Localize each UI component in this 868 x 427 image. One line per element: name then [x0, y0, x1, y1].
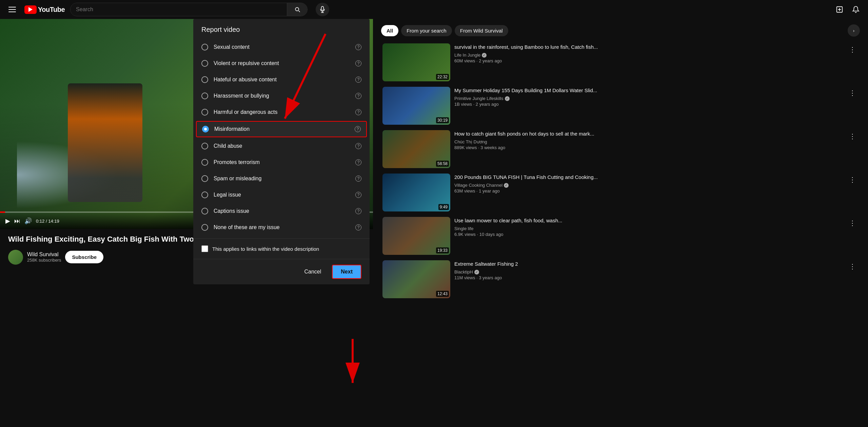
help-icon-sexual[interactable]: ?: [355, 44, 361, 50]
sidebar-video-item-5[interactable]: 12:43 Extreme Saltwater Fishing 2 Blackt…: [381, 259, 860, 300]
option-label-harassment: Harassment or bullying: [214, 93, 350, 99]
verified-badge-5: ✓: [474, 270, 479, 274]
option-label-harmful: Harmful or dangerous acts: [214, 109, 350, 115]
tabs-next-button[interactable]: ›: [848, 24, 860, 37]
video-meta-stats-5: 11M views · 3 years ago: [454, 275, 842, 280]
video-meta-channel-0: Life In Jungle ✓: [454, 53, 842, 58]
search-input[interactable]: [71, 3, 287, 16]
create-button[interactable]: [833, 3, 846, 16]
option-label-child: Child abuse: [214, 143, 350, 149]
option-label-spam: Spam or misleading: [214, 176, 350, 182]
report-option-child[interactable]: Child abuse?: [193, 138, 370, 154]
sidebar-video-item-2[interactable]: 58:58 How to catch giant fish ponds on h…: [381, 129, 860, 169]
report-option-terrorism[interactable]: Promotes terrorism?: [193, 154, 370, 170]
video-duration-1: 30:19: [436, 117, 449, 123]
help-icon-terrorism[interactable]: ?: [355, 159, 361, 165]
video-meta-stats-1: 1B views · 2 years ago: [454, 102, 842, 107]
option-label-none: None of these are my issue: [214, 224, 350, 230]
video-meta-1: My Summer Holiday 155 Days Building 1M D…: [454, 87, 842, 125]
option-label-misinfo: Misinformation: [214, 126, 349, 132]
tab-all[interactable]: All: [381, 25, 398, 36]
video-thumbnail-2: 58:58: [382, 130, 450, 168]
video-duration-3: 9:49: [438, 204, 449, 210]
radio-misinfo: [202, 126, 209, 133]
video-meta-0: survival in the rainforest, using Bamboo…: [454, 43, 842, 81]
main-layout: ▶ ⏭ 🔊 0:12 / 14:19 Wild Fishing Exciting…: [0, 0, 868, 427]
more-options-button-5[interactable]: ⋮: [846, 260, 859, 272]
help-icon-none[interactable]: ?: [355, 224, 361, 230]
volume-button[interactable]: 🔊: [24, 217, 32, 225]
help-icon-harmful[interactable]: ?: [355, 109, 361, 115]
video-meta-title-5: Extreme Saltwater Fishing 2: [454, 260, 842, 267]
report-option-violent[interactable]: Violent or repulsive content?: [193, 55, 370, 72]
more-options-button-2[interactable]: ⋮: [846, 130, 859, 142]
report-options-list: Sexual content?Violent or repulsive cont…: [193, 36, 370, 238]
radio-violent: [201, 60, 208, 67]
sidebar-video-item-0[interactable]: 22:32 survival in the rainforest, using …: [381, 42, 860, 83]
video-meta-stats-2: 889K views · 3 weeks ago: [454, 145, 842, 150]
subscribe-button[interactable]: Subscribe: [65, 251, 103, 263]
more-options-button-3[interactable]: ⋮: [846, 174, 859, 186]
menu-button[interactable]: [5, 3, 19, 16]
report-option-misinfo[interactable]: Misinformation?: [196, 121, 367, 137]
help-icon-harassment[interactable]: ?: [355, 93, 361, 99]
report-option-none[interactable]: None of these are my issue?: [193, 219, 370, 236]
radio-hateful: [201, 76, 208, 83]
notifications-button[interactable]: [849, 3, 863, 16]
header-left: YouTube: [5, 3, 65, 16]
next-button[interactable]: ⏭: [14, 218, 20, 225]
checkbox-row: This applies to links within the video d…: [193, 238, 370, 259]
report-option-sexual[interactable]: Sexual content?: [193, 39, 370, 55]
radio-captions: [201, 208, 208, 215]
next-button[interactable]: Next: [332, 265, 361, 279]
help-icon-misinfo[interactable]: ?: [355, 126, 361, 132]
cancel-button[interactable]: Cancel: [299, 265, 327, 278]
report-option-hateful[interactable]: Hateful or abusive content?: [193, 72, 370, 88]
video-meta-3: 200 Pounds BIG TUNA FISH | Tuna Fish Cut…: [454, 174, 842, 211]
video-thumbnail-5: 12:43: [382, 260, 450, 298]
video-duration-0: 22:32: [436, 74, 449, 80]
tab-from-channel[interactable]: From Wild Survival: [455, 25, 508, 36]
report-option-captions[interactable]: Captions issue?: [193, 203, 370, 219]
verified-badge-3: ✓: [504, 183, 509, 188]
video-thumbnail-1: 30:19: [382, 87, 450, 125]
video-meta-title-0: survival in the rainforest, using Bamboo…: [454, 43, 842, 50]
video-panel: ▶ ⏭ 🔊 0:12 / 14:19 Wild Fishing Exciting…: [0, 19, 373, 427]
header-right: [833, 3, 863, 16]
search-button[interactable]: [287, 3, 307, 16]
tab-from-search[interactable]: From your search: [401, 25, 452, 36]
more-options-button-0[interactable]: ⋮: [846, 43, 859, 56]
report-option-harmful[interactable]: Harmful or dangerous acts?: [193, 104, 370, 120]
video-thumbnail-3: 9:49: [382, 174, 450, 211]
report-option-spam[interactable]: Spam or misleading?: [193, 170, 370, 187]
video-meta-channel-3: Village Cooking Channel ✓: [454, 183, 842, 188]
help-icon-captions[interactable]: ?: [355, 208, 361, 214]
sidebar-video-item-4[interactable]: 19:33 Use lawn mower to clear path, fish…: [381, 216, 860, 256]
help-icon-hateful[interactable]: ?: [355, 77, 361, 83]
video-thumbnail-0: 22:32: [382, 43, 450, 81]
help-icon-legal[interactable]: ?: [355, 192, 361, 198]
channel-subscribers: 258K subscribers: [27, 258, 61, 263]
video-duration-2: 58:58: [436, 161, 449, 167]
radio-legal: [201, 191, 208, 198]
sidebar-video-item-3[interactable]: 9:49 200 Pounds BIG TUNA FISH | Tuna Fis…: [381, 172, 860, 213]
play-button[interactable]: ▶: [5, 217, 10, 225]
option-label-captions: Captions issue: [214, 208, 350, 214]
help-icon-child[interactable]: ?: [355, 143, 361, 149]
radio-harassment: [201, 93, 208, 99]
video-meta-2: How to catch giant fish ponds on hot day…: [454, 130, 842, 168]
sidebar-video-item-1[interactable]: 30:19 My Summer Holiday 155 Days Buildin…: [381, 85, 860, 126]
help-icon-violent[interactable]: ?: [355, 60, 361, 66]
radio-none: [201, 224, 208, 231]
video-meta-5: Extreme Saltwater Fishing 2 BlacktipH ✓ …: [454, 260, 842, 298]
channel-avatar[interactable]: [8, 250, 23, 265]
more-options-button-1[interactable]: ⋮: [846, 87, 859, 99]
report-option-legal[interactable]: Legal issue?: [193, 187, 370, 203]
help-icon-spam[interactable]: ?: [355, 176, 361, 182]
svg-rect-1: [8, 9, 16, 10]
report-option-harassment[interactable]: Harassment or bullying?: [193, 88, 370, 104]
more-options-button-4[interactable]: ⋮: [846, 217, 859, 229]
links-checkbox[interactable]: [201, 245, 208, 252]
youtube-logo[interactable]: YouTube: [24, 5, 65, 14]
mic-button[interactable]: [316, 3, 329, 16]
